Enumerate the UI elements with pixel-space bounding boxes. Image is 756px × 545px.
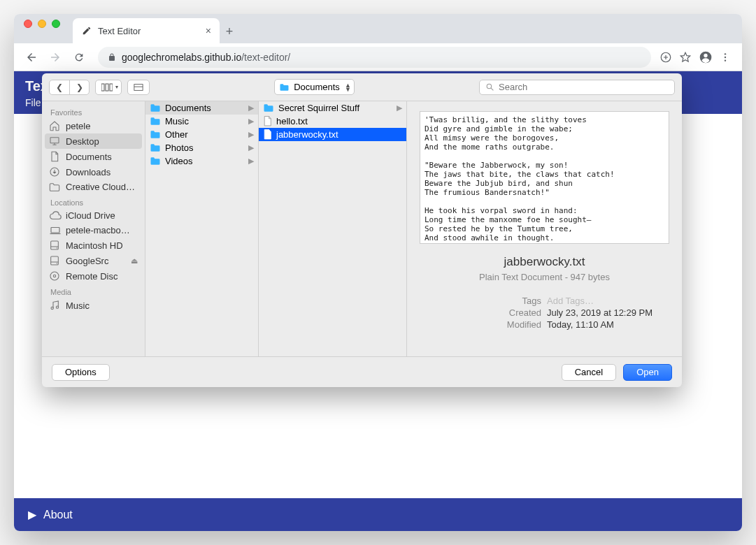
folder-row[interactable]: Documents▶ bbox=[145, 101, 258, 115]
sidebar: FavoritespeteleDesktopDocumentsDownloads… bbox=[42, 101, 145, 356]
column-1: Documents▶Music▶Other▶Photos▶Videos▶ bbox=[145, 101, 259, 356]
home-icon bbox=[49, 120, 62, 131]
sidebar-item[interactable]: petele bbox=[42, 118, 145, 133]
zoom-window-button[interactable] bbox=[52, 20, 60, 28]
preview-meta: Tags Add Tags… Created July 23, 2019 at … bbox=[420, 295, 669, 330]
cancel-button[interactable]: Cancel bbox=[562, 364, 616, 381]
folder-row[interactable]: Other▶ bbox=[145, 128, 258, 141]
sidebar-group-label: Locations bbox=[42, 194, 145, 208]
svg-point-23 bbox=[53, 275, 55, 277]
laptop-icon bbox=[49, 226, 62, 235]
grouping-button[interactable] bbox=[127, 80, 150, 95]
file-row[interactable]: jabberwocky.txt bbox=[259, 128, 406, 141]
sidebar-item[interactable]: Downloads bbox=[42, 164, 145, 180]
view-segmented[interactable]: ▾ bbox=[95, 80, 122, 95]
chevron-right-icon: ▶ bbox=[397, 103, 402, 112]
updown-icon: ▲▼ bbox=[345, 83, 351, 92]
download-icon bbox=[49, 166, 62, 177]
sidebar-item[interactable]: Macintosh HD bbox=[42, 238, 145, 253]
close-tab-icon[interactable]: × bbox=[206, 25, 211, 36]
file-row[interactable]: hello.txt bbox=[259, 115, 406, 128]
svg-rect-6 bbox=[101, 84, 104, 91]
dialog-footer: Options Cancel Open bbox=[42, 356, 682, 387]
sidebar-item-label: GoogleSrc bbox=[66, 256, 108, 266]
folder-row[interactable]: Photos▶ bbox=[145, 141, 258, 154]
created-value: July 23, 2019 at 12:29 PM bbox=[547, 307, 669, 318]
file-icon bbox=[263, 116, 272, 126]
file-icon bbox=[263, 129, 272, 140]
new-tab-button[interactable]: + bbox=[220, 24, 239, 43]
pencil-icon bbox=[81, 25, 92, 36]
lock-icon bbox=[108, 52, 116, 62]
search-icon bbox=[485, 82, 494, 92]
folder-row[interactable]: Videos▶ bbox=[145, 154, 258, 168]
sidebar-item[interactable]: petele-macbo… bbox=[42, 223, 145, 238]
sidebar-group-label: Media bbox=[42, 284, 145, 298]
folder-row[interactable]: Music▶ bbox=[145, 115, 258, 128]
dialog-back-button[interactable]: ❮ bbox=[50, 80, 69, 94]
reload-button[interactable] bbox=[69, 47, 90, 68]
sidebar-item-label: Macintosh HD bbox=[66, 240, 123, 251]
svg-rect-7 bbox=[106, 84, 108, 91]
window-controls bbox=[14, 20, 70, 38]
sidebar-item-label: petele-macbo… bbox=[66, 225, 130, 235]
star-icon[interactable] bbox=[679, 51, 692, 64]
install-icon[interactable] bbox=[659, 51, 672, 64]
sidebar-item[interactable]: Creative Cloud… bbox=[42, 180, 145, 194]
open-file-dialog: ❮ ❯ ▾ Documents bbox=[42, 73, 682, 387]
svg-point-4 bbox=[725, 56, 726, 57]
chevron-down-icon: ▾ bbox=[115, 84, 118, 90]
open-button[interactable]: Open bbox=[623, 364, 672, 381]
about-label: About bbox=[43, 509, 73, 521]
location-popup[interactable]: Documents ▲▼ bbox=[274, 79, 355, 95]
sidebar-item[interactable]: Documents bbox=[42, 149, 145, 164]
sidebar-group-label: Favorites bbox=[42, 104, 145, 118]
svg-line-12 bbox=[491, 88, 493, 90]
svg-rect-8 bbox=[110, 84, 113, 91]
folder-icon bbox=[150, 157, 161, 166]
folder-icon bbox=[150, 117, 161, 126]
folder-row[interactable]: Secret Squirrel Stuff▶ bbox=[259, 101, 406, 115]
toolbar-actions bbox=[659, 50, 735, 64]
row-label: Secret Squirrel Stuff bbox=[278, 103, 359, 113]
minimize-window-button[interactable] bbox=[38, 20, 46, 28]
browser-tab[interactable]: Text Editor × bbox=[73, 18, 220, 43]
row-label: Photos bbox=[165, 143, 193, 153]
app-footer[interactable]: ▶ About bbox=[14, 498, 742, 531]
eject-icon[interactable]: ⏏ bbox=[131, 256, 138, 266]
svg-rect-13 bbox=[50, 138, 59, 143]
sidebar-item[interactable]: iCloud Drive bbox=[42, 208, 145, 223]
folder-icon bbox=[150, 143, 161, 152]
tab-title: Text Editor bbox=[98, 26, 200, 36]
forward-button[interactable] bbox=[45, 47, 66, 68]
options-button[interactable]: Options bbox=[52, 364, 110, 381]
svg-point-5 bbox=[725, 59, 726, 61]
dialog-forward-button[interactable]: ❯ bbox=[69, 80, 89, 94]
svg-point-21 bbox=[57, 263, 57, 263]
menu-icon[interactable] bbox=[720, 52, 731, 63]
music-icon bbox=[49, 300, 62, 311]
search-input[interactable] bbox=[499, 82, 669, 92]
created-label: Created bbox=[492, 307, 541, 318]
svg-point-18 bbox=[57, 247, 57, 248]
sidebar-item[interactable]: GoogleSrc⏏ bbox=[42, 253, 145, 268]
column-2: Secret Squirrel Stuff▶hello.txtjabberwoc… bbox=[259, 101, 407, 356]
sidebar-item[interactable]: Music bbox=[42, 298, 145, 313]
profile-icon[interactable] bbox=[699, 50, 713, 64]
browser-window: Text Editor × + googlechromelabs.github.… bbox=[14, 14, 742, 531]
svg-point-24 bbox=[51, 307, 53, 309]
close-window-button[interactable] bbox=[24, 20, 32, 28]
hdd-icon bbox=[49, 240, 62, 251]
search-field[interactable] bbox=[479, 80, 675, 95]
svg-rect-9 bbox=[134, 84, 143, 90]
tags-value[interactable]: Add Tags… bbox=[547, 296, 669, 306]
address-bar[interactable]: googlechromelabs.github.io/text-editor/ bbox=[98, 47, 651, 68]
sidebar-item[interactable]: Desktop bbox=[45, 133, 142, 149]
preview-filename: jabberwocky.txt bbox=[420, 255, 669, 269]
back-button[interactable] bbox=[21, 47, 42, 68]
row-label: Other bbox=[165, 129, 188, 140]
chevron-right-icon: ▶ bbox=[248, 143, 254, 152]
chevron-right-icon: ▶ bbox=[248, 130, 254, 139]
dialog-body: FavoritespeteleDesktopDocumentsDownloads… bbox=[42, 101, 682, 356]
sidebar-item[interactable]: Remote Disc bbox=[42, 268, 145, 284]
